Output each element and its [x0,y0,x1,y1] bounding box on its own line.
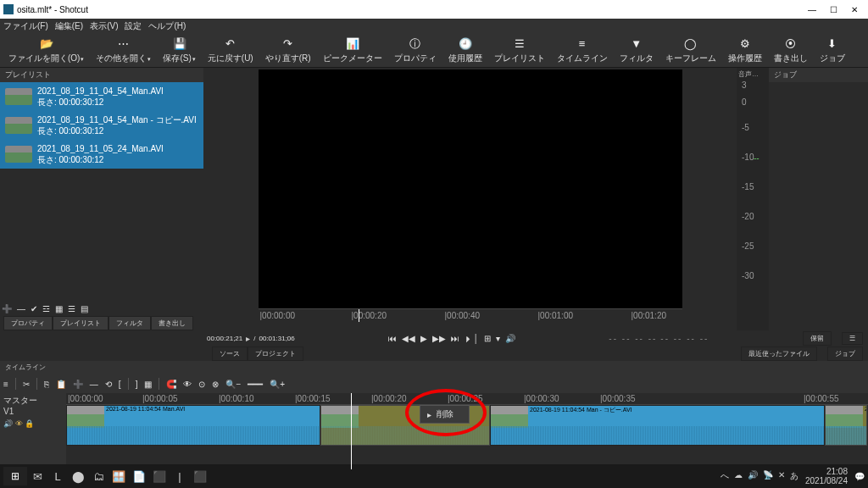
toolbar-ピークメーター[interactable]: 📊ピークメーター [318,36,387,66]
timeline-tool[interactable]: 🔍− [225,380,241,389]
tab-最近使ったファイル[interactable]: 最近使ったファイル [741,347,817,361]
toolbar-操作履歴[interactable]: ⚙操作履歴 [723,36,767,66]
toolbar-書き出し[interactable]: ⦿書き出し [769,36,813,66]
track-v1-label[interactable]: V1 [3,407,63,416]
close-button[interactable]: ✕ [851,5,858,14]
tab-保留[interactable]: 保留 [803,331,832,346]
tray-icon[interactable]: あ [790,470,798,482]
menu-edit[interactable]: 編集(E) [55,20,83,32]
timeline-tool[interactable]: ⎘ [44,380,49,389]
toolbar-やり直す(R)[interactable]: ↷やり直す(R) [260,36,316,66]
taskbar-app-icon[interactable]: ⬛ [190,467,210,485]
playlist-tool-icon[interactable]: ▦ [55,304,63,313]
timeline-clip[interactable]: 2021-08-19 11:04:54 Man - コピー.AVI [490,405,825,446]
taskbar-app-icon[interactable]: 🪟 [108,467,129,485]
tab-☰[interactable]: ☰ [842,332,863,345]
context-delete[interactable]: 削除 [437,408,453,420]
playlist-tool-icon[interactable]: ▤ [81,304,88,313]
toolbar-元に戻す(U)[interactable]: ↶元に戻す(U) [203,36,259,66]
tray-icon[interactable]: 🔊 [748,470,758,482]
timeline-tool[interactable]: ▦ [144,380,152,389]
timeline-tool[interactable]: 👁 [183,380,192,389]
tab-プロパティ[interactable]: プロパティ [3,316,53,330]
taskbar-app-icon[interactable]: ⬛ [149,467,170,485]
timeline-tool[interactable]: ] [136,380,138,389]
transport-button[interactable]: ⊞ [484,334,491,343]
transport-button[interactable]: 🔊 [505,334,515,343]
timeline-clip[interactable]: 2021-08-19 11:04:54 Man.AVI [66,405,320,446]
timeline-tool[interactable]: ⟲ [105,380,112,389]
playlist-tool-icon[interactable]: ☲ [42,304,50,313]
tab-ジョブ[interactable]: ジョブ [827,347,863,361]
transport-button[interactable]: ▾ [496,334,500,343]
toolbar-フィルタ[interactable]: ▼フィルタ [615,36,659,66]
timeline-tool[interactable]: [ [119,380,121,389]
playhead[interactable] [351,393,352,469]
timeline-tool[interactable]: 📋 [56,380,66,389]
timeline-tool[interactable]: ⊙ [198,380,205,389]
toolbar-キーフレーム[interactable]: ◯キーフレーム [660,36,721,66]
playlist-item[interactable]: 2021_08_19_11_04_54_Man - コピー.AVI長さ: 00:… [0,111,203,140]
tray-icon[interactable]: へ [721,470,729,482]
toolbar-ファイルを開く(O)[interactable]: 📂ファイルを開く(O)▾ [3,36,89,66]
ジョブ-icon: ⬇ [825,37,840,51]
toolbar-使用履歴[interactable]: 🕘使用履歴 [443,36,487,66]
transport-button[interactable]: ▶▶ [432,334,446,343]
tray-icon[interactable]: ✕ [778,470,785,482]
timeline-clip[interactable]: 2021-08-19 11:04:54 Man.AVI [825,405,867,446]
playlist-item[interactable]: 2021_08_19_11_04_54_Man.AVI長さ: 00:00:30:… [0,82,203,111]
start-button[interactable]: ⊞ [3,467,27,485]
toolbar-プレイリスト[interactable]: ☰プレイリスト [489,36,550,66]
tab-フィルタ[interactable]: フィルタ [108,316,151,330]
menu-help[interactable]: ヘルプ(H) [148,20,186,32]
tab-書き出し[interactable]: 書き出し [151,316,193,330]
timeline-tool[interactable]: 🔍+ [270,380,285,389]
toolbar-プロパティ[interactable]: ⓘプロパティ [389,36,442,66]
timeline-tool[interactable]: ≡ [3,380,8,389]
tray-icon[interactable]: ☁ [734,470,743,482]
toolbar-ジョブ[interactable]: ⬇ジョブ [815,36,850,66]
taskbar-app-icon[interactable]: 🗂 [88,467,108,485]
transport-button[interactable]: ⏭ [451,334,459,343]
timeline-tool[interactable]: ━━━ [248,380,263,389]
playlist-tool-icon[interactable]: ➕ [2,304,12,313]
playlist-item[interactable]: 2021_08_19_11_05_24_Man.AVI長さ: 00:00:30:… [0,140,203,169]
taskbar-app-icon[interactable]: 📄 [129,467,149,485]
toolbar-保存(S)[interactable]: 💾保存(S)▾ [158,36,200,66]
timeline-tool[interactable]: ⊗ [212,380,219,389]
timeline-tool[interactable]: ✂ [23,380,30,389]
taskbar-app-icon[interactable]: | [170,467,190,485]
preview-ruler[interactable]: |00:00:00 |00:00:20 |00:00:40 |00:01:00 … [259,308,682,322]
transport-button[interactable]: ▶ [420,334,427,343]
timecode-current[interactable]: 00:00:21;21 [207,335,242,342]
taskbar-app-icon[interactable]: ✉ [27,467,47,485]
playlist-tool-icon[interactable]: — [17,304,25,313]
tab-ソース[interactable]: ソース [212,347,248,361]
notification-button[interactable]: 💬 [854,472,865,481]
tab-プレイリスト[interactable]: プレイリスト [53,316,108,330]
menu-view[interactable]: 表示(V) [90,20,118,32]
toolbar-その他を開く[interactable]: ⋯その他を開く▾ [91,36,156,66]
clock-time[interactable]: 21:08 [805,467,848,476]
playlist-tool-icon[interactable]: ✔ [31,304,37,313]
timeline-tool[interactable]: 🧲 [166,380,176,389]
video-preview[interactable] [259,69,682,308]
taskbar-app-icon[interactable]: ⬤ [68,467,88,485]
maximize-button[interactable]: ☐ [830,5,837,14]
transport-button[interactable]: ◀◀ [402,334,415,343]
timeline-tool[interactable]: ➕ [73,380,83,389]
clock-date[interactable]: 2021/08/24 [805,476,848,485]
timeline-ruler[interactable]: |00:00:00 |00:00:05 |00:00:10 |00:00:15 … [66,393,868,405]
track-master-label[interactable]: マスター [3,395,63,407]
tab-プロジェクト[interactable]: プロジェクト [248,347,303,361]
transport-button[interactable]: ⏮ [388,334,397,343]
transport-button[interactable]: ⏵│ [465,334,478,343]
menu-settings[interactable]: 設定 [125,20,142,32]
playlist-tool-icon[interactable]: ☰ [68,304,75,313]
tray-icon[interactable]: 📡 [763,470,773,482]
taskbar-app-icon[interactable]: L [47,467,68,485]
minimize-button[interactable]: — [808,5,816,14]
menu-file[interactable]: ファイル(F) [3,20,48,32]
timeline-tool[interactable]: — [90,380,98,389]
toolbar-タイムライン[interactable]: ≡タイムライン [552,36,613,66]
